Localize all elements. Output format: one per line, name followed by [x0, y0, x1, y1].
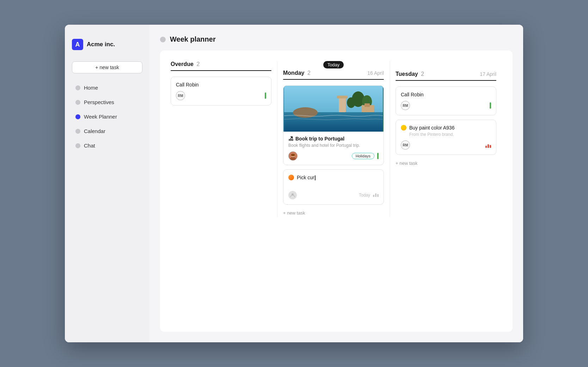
sidebar-item-perspectives[interactable]: Perspectives — [72, 96, 142, 108]
brand: A Acme inc. — [72, 39, 142, 50]
sidebar-item-label-chat: Chat — [84, 143, 95, 149]
column-title-tuesday: Tuesday 2 — [396, 71, 424, 77]
column-header-overdue: Overdue 2 — [171, 61, 271, 71]
planner-area: Overdue 2 Call Robin RM — [160, 50, 513, 332]
sidebar: A Acme inc. + new task Home Perspectives… — [65, 25, 149, 342]
svg-rect-9 — [365, 103, 370, 107]
divider-monday — [283, 79, 384, 80]
new-task-link-tuesday[interactable]: + new task — [396, 159, 496, 167]
task-title-overdue-1: Call Robin — [176, 82, 266, 88]
column-monday: Today Monday 2 16 April — [277, 61, 390, 217]
task-card-overdue-1[interactable]: Call Robin RM — [171, 77, 271, 106]
orange-dot-icon — [288, 175, 294, 180]
avatar-rm-tuesday-1: RM — [401, 101, 410, 110]
column-date-tuesday: 17 April — [480, 71, 496, 77]
buy-footer: RM — [401, 140, 491, 150]
task-footer-overdue-1: RM — [176, 91, 266, 100]
holidays-badge: Holidays — [352, 153, 374, 159]
page-header: Week planner — [160, 35, 513, 43]
pick-footer-right: Today — [359, 193, 379, 198]
buy-title-row: Buy paint color A936 — [401, 125, 491, 131]
portugal-card-content: 🏖 Book trip to Portugal Book flights and… — [283, 132, 384, 165]
yellow-dot-icon — [401, 125, 406, 131]
priority-portugal — [377, 153, 379, 159]
sidebar-item-label-home: Home — [84, 85, 98, 91]
column-tuesday: Tuesday 2 17 April Call Robin RM — [390, 61, 502, 217]
spacer-tuesday — [396, 61, 496, 71]
buy-description: From the Pintero brand. — [401, 132, 491, 137]
svg-rect-3 — [339, 96, 346, 112]
task-title-tuesday-1: Call Robin — [401, 92, 491, 97]
nav-dot-calendar — [75, 129, 80, 134]
new-task-link-monday[interactable]: + new task — [283, 209, 384, 217]
portugal-description: Book flights and hotel for Portugal trip… — [288, 143, 379, 148]
pick-title-row: Pick cur — [288, 175, 379, 180]
chart-bars-icon — [485, 142, 491, 148]
divider-overdue — [171, 70, 271, 71]
pick-date: Today — [359, 193, 370, 198]
app-window: A Acme inc. + new task Home Perspectives… — [65, 25, 523, 342]
cursor-blink — [315, 175, 316, 180]
column-title-row-overdue: Overdue 2 — [171, 61, 271, 67]
header-dot-icon — [160, 37, 166, 42]
portugal-scene-svg — [283, 86, 384, 132]
brand-icon: A — [72, 39, 83, 50]
main-content: Week planner Overdue 2 — [149, 25, 523, 342]
svg-rect-4 — [337, 96, 348, 98]
column-title-row-tuesday: Tuesday 2 17 April — [396, 71, 496, 77]
portugal-image — [283, 86, 384, 132]
priority-tuesday-1 — [490, 102, 491, 109]
nav-dot-week-planner — [75, 114, 80, 119]
column-title-monday: Monday 2 — [283, 70, 311, 76]
avatar-rm-buy: RM — [401, 140, 410, 150]
nav-dot-home — [75, 85, 80, 90]
nav-dot-chat — [75, 143, 80, 148]
task-card-buy-paint[interactable]: Buy paint color A936 From the Pintero br… — [396, 120, 496, 155]
task-card-tuesday-1[interactable]: Call Robin RM — [396, 86, 496, 115]
task-card-pick[interactable]: Pick cur Today — [283, 169, 384, 205]
column-header-tuesday: Tuesday 2 17 April — [396, 61, 496, 81]
svg-point-13 — [291, 154, 295, 156]
sidebar-item-label-calendar: Calendar — [84, 128, 105, 134]
task-card-portugal[interactable]: 🏖 Book trip to Portugal Book flights and… — [283, 85, 384, 165]
pick-title: Pick cur — [297, 175, 316, 180]
column-title-overdue: Overdue 2 — [171, 61, 200, 67]
sidebar-item-calendar[interactable]: Calendar — [72, 125, 142, 137]
sidebar-item-label-week-planner: Week Planner — [84, 114, 117, 120]
pick-footer: Today — [288, 191, 379, 199]
sidebar-item-week-planner[interactable]: Week Planner — [72, 111, 142, 122]
brand-name: Acme inc. — [87, 41, 115, 48]
portugal-task-title: 🏖 Book trip to Portugal — [288, 136, 379, 142]
portugal-footer: Holidays — [288, 151, 379, 161]
priority-indicator-overdue-1 — [265, 92, 266, 99]
column-title-row-monday: Monday 2 16 April — [283, 70, 384, 76]
today-badge-row: Today — [283, 61, 384, 68]
avatar-rm-overdue: RM — [176, 91, 185, 100]
page-title: Week planner — [170, 35, 216, 43]
task-footer-tuesday-1: RM — [401, 101, 491, 110]
svg-point-7 — [347, 97, 355, 108]
today-badge: Today — [323, 61, 344, 68]
avatar-placeholder — [288, 191, 297, 199]
sidebar-item-home[interactable]: Home — [72, 82, 142, 94]
avatar-photo-portugal — [288, 151, 298, 161]
column-overdue: Overdue 2 Call Robin RM — [171, 61, 277, 217]
portugal-footer-right: Holidays — [352, 153, 379, 159]
column-date-monday: 16 April — [367, 70, 384, 76]
bars-icon — [373, 193, 379, 197]
new-task-button[interactable]: + new task — [72, 61, 142, 73]
portugal-emoji: 🏖 — [288, 136, 293, 142]
columns-container: Overdue 2 Call Robin RM — [171, 61, 502, 217]
column-header-monday: Today Monday 2 16 April — [283, 61, 384, 80]
nav-dot-perspectives — [75, 100, 80, 105]
sidebar-item-chat[interactable]: Chat — [72, 140, 142, 151]
sidebar-item-label-perspectives: Perspectives — [84, 99, 114, 105]
buy-title: Buy paint color A936 — [409, 125, 454, 131]
divider-tuesday — [396, 80, 496, 81]
